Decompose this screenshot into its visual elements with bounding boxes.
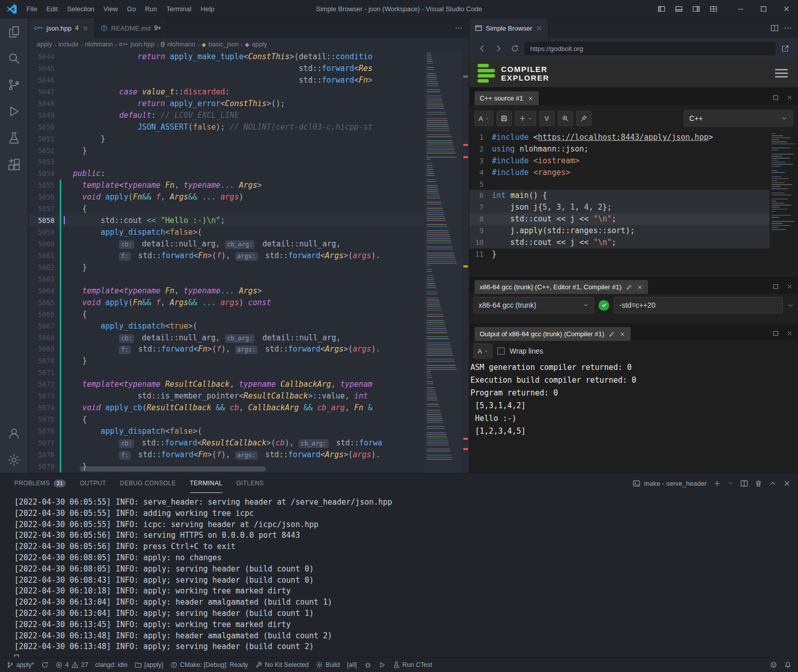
source-code-editor[interactable]: 1#include <https://localhost:8443/apply/… xyxy=(469,132,798,268)
minimap[interactable] xyxy=(424,51,462,473)
compiler-select[interactable]: x86-64 gcc (trunk) xyxy=(473,297,594,313)
maximize-panel-icon[interactable] xyxy=(769,480,777,487)
status-ctest[interactable]: Run CTest xyxy=(389,658,436,672)
ce-code-line[interactable]: 5 xyxy=(469,179,798,190)
code-line[interactable]: 5077 cb: std::forward<ResultCallback>(cb… xyxy=(29,437,462,449)
breadcrumb-item[interactable]: {}nlohmann xyxy=(161,41,195,48)
close-icon[interactable] xyxy=(528,95,534,102)
close-window-button[interactable] xyxy=(775,0,798,18)
close-pane-icon[interactable] xyxy=(786,330,793,337)
maximize-pane-icon[interactable] xyxy=(772,283,779,290)
panel-tab-output[interactable]: OUTPUT xyxy=(80,474,106,493)
panel-tab-gitlens[interactable]: GITLENS xyxy=(236,474,264,493)
tab-close-icon[interactable] xyxy=(82,25,89,32)
code-line[interactable]: 5048 return apply_error<ConstThis>(); xyxy=(29,98,462,110)
rename-pane-icon[interactable] xyxy=(609,331,615,337)
menu-help[interactable]: Help xyxy=(196,0,219,18)
code-line[interactable]: 5044 return apply_make_tuple<ConstThis>(… xyxy=(29,51,462,63)
wrap-lines-checkbox[interactable] xyxy=(497,347,505,355)
code-line[interactable]: 5078 f: std::forward<Fn>(f), args: std::… xyxy=(29,449,462,461)
ce-code-line[interactable]: 1#include <https://localhost:8443/apply/… xyxy=(469,132,798,143)
status-notifications[interactable] xyxy=(781,661,795,668)
code-line[interactable]: 5066 { xyxy=(29,309,462,320)
tab-simple-browser[interactable]: Simple Browser xyxy=(469,18,548,38)
code-line[interactable]: 5060 cb: detail::null_arg, cb_arg: detai… xyxy=(29,238,462,250)
code-line[interactable]: 5076 apply_dispatch<false>( xyxy=(29,426,462,437)
terminal-dropdown-icon[interactable] xyxy=(728,480,734,486)
code-line[interactable]: 5070 } xyxy=(29,355,462,367)
code-line[interactable]: 5057 { xyxy=(29,203,462,215)
tab-json-hpp[interactable]: C++json.hpp4 xyxy=(29,18,95,38)
ce-code-line[interactable]: 4#include <ranges> xyxy=(469,167,798,179)
code-line[interactable]: 5069 f: std::forward<Fn>(f), args: std::… xyxy=(29,343,462,355)
code-line[interactable]: 5058 std::cout << "Hello :-)\n"; xyxy=(29,215,462,227)
code-line[interactable]: 5075 { xyxy=(29,414,462,426)
terminal-output[interactable]: [2022-04-30 06:05:55] INFO: serve_header… xyxy=(0,493,798,657)
code-line[interactable]: 5052 } xyxy=(29,145,462,157)
back-button[interactable] xyxy=(476,42,489,55)
breadcrumb-item[interactable]: include xyxy=(58,41,79,48)
customize-layout-button[interactable] xyxy=(705,0,722,18)
ce-code-line[interactable]: 2using nlohmann::json; xyxy=(469,143,798,155)
code-line[interactable]: 5063 xyxy=(29,273,462,285)
code-line[interactable]: 5056 void apply(Fn&& f, Args&& ... args) xyxy=(29,191,462,203)
code-line[interactable]: 5068 cb: detail::null_arg, cb_arg: detai… xyxy=(29,332,462,344)
ce-code-line[interactable]: 9 j.apply(std::ranges::sort); xyxy=(469,225,798,237)
compiler-pane-tab[interactable]: x86-64 gcc (trunk) (C++, Editor #1, Comp… xyxy=(475,280,648,294)
menu-go[interactable]: Go xyxy=(122,0,140,18)
code-line[interactable]: 5045 std::forward<Res xyxy=(29,63,462,74)
new-terminal-icon[interactable] xyxy=(713,480,721,487)
ce-code-line[interactable]: 8 std::cout << j << "\n"; xyxy=(469,213,798,225)
source-minimap[interactable] xyxy=(769,132,798,268)
activity-manage[interactable] xyxy=(0,446,29,473)
status-cmake-folder[interactable]: [apply] xyxy=(131,658,167,672)
breadcrumb-item[interactable]: C++json.hpp xyxy=(119,41,154,48)
compiler-options-input[interactable] xyxy=(614,297,783,313)
output-pane-tab[interactable]: Output of x86-64 gcc (trunk) (Compiler #… xyxy=(475,327,631,341)
code-editor[interactable]: 5044 return apply_make_tuple<ConstThis>(… xyxy=(29,51,469,473)
code-line[interactable]: 5065 void apply(Fn&& f, Args&& ... args)… xyxy=(29,297,462,309)
split-terminal-icon[interactable] xyxy=(740,480,748,487)
activity-search[interactable] xyxy=(0,45,29,71)
status-build-target[interactable]: [all] xyxy=(343,658,360,672)
panel-tab-terminal[interactable]: TERMINAL xyxy=(190,474,222,493)
vim-mode-button[interactable]: V xyxy=(539,111,555,126)
menu-selection[interactable]: Selection xyxy=(62,0,98,18)
status-launch[interactable] xyxy=(375,658,389,672)
maximize-pane-icon[interactable] xyxy=(772,94,779,101)
activity-source-control[interactable] xyxy=(0,71,29,98)
toggle-sidebar-button[interactable] xyxy=(653,0,670,18)
close-panel-icon[interactable] xyxy=(783,480,791,487)
zoom-button[interactable] xyxy=(558,111,573,126)
font-size-button[interactable]: A xyxy=(475,111,493,126)
toggle-secondary-sidebar-button[interactable] xyxy=(687,0,705,18)
kill-terminal-icon[interactable] xyxy=(755,480,762,487)
tab-close-icon[interactable] xyxy=(536,25,542,32)
menu-run[interactable]: Run xyxy=(140,0,162,18)
url-input[interactable] xyxy=(525,42,776,55)
status-sync[interactable] xyxy=(38,658,52,672)
horizontal-scrollbar[interactable] xyxy=(80,466,266,471)
maximize-button[interactable] xyxy=(752,0,775,18)
add-pane-button[interactable] xyxy=(515,111,536,126)
panel-tab-problems[interactable]: PROBLEMS31 xyxy=(14,474,66,493)
breadcrumb-item[interactable]: ◆apply xyxy=(245,41,267,48)
hamburger-menu-icon[interactable] xyxy=(773,67,790,80)
pin-button[interactable] xyxy=(576,111,591,126)
breadcrumb-item[interactable]: nlohmann xyxy=(85,41,113,48)
font-size-button[interactable]: A xyxy=(473,343,492,359)
code-line[interactable]: 5047 case value_t::discarded: xyxy=(29,86,462,98)
ce-code-line[interactable]: 7 json j{5, 3, 1, 4, 2}; xyxy=(469,202,798,213)
ce-code-line[interactable]: 11} xyxy=(469,248,798,260)
code-line[interactable]: 5051 } xyxy=(29,133,462,145)
activity-explorer[interactable] xyxy=(0,18,29,45)
breadcrumb-item[interactable]: apply xyxy=(37,41,52,48)
code-line[interactable]: 5067 apply_dispatch<true>( xyxy=(29,320,462,332)
ce-code-line[interactable]: 10 std::cout << j << "\n"; xyxy=(469,237,798,248)
code-line[interactable]: 5073 std::is_member_pointer<ResultCallba… xyxy=(29,390,462,402)
language-select[interactable]: C++ xyxy=(684,110,793,127)
code-line[interactable]: 5061 f: std::forward<Fn>(f), args: std::… xyxy=(29,250,462,262)
more-actions-icon[interactable] xyxy=(455,24,463,32)
activity-account[interactable] xyxy=(0,420,29,446)
status-cmake-variant[interactable]: CMake: [Debug]: Ready xyxy=(167,658,252,672)
